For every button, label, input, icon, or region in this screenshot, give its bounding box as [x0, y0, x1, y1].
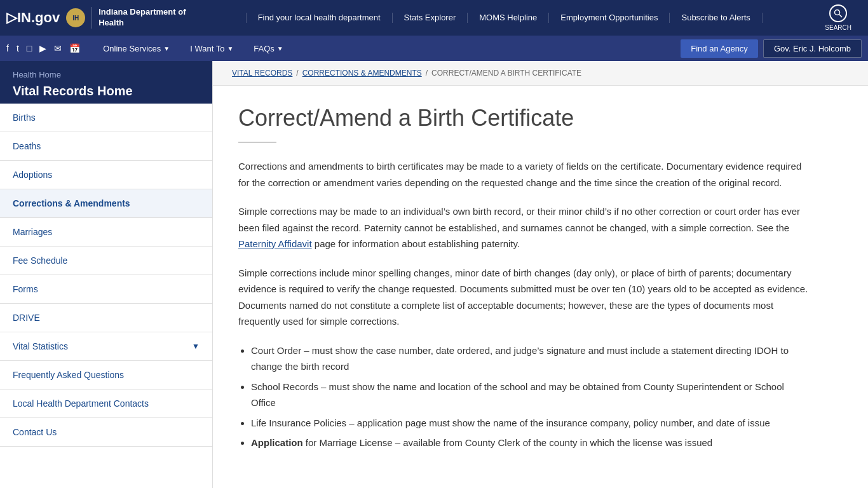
faqs-chevron: ▼	[277, 45, 283, 52]
logo[interactable]: ▷IN.gov	[6, 10, 60, 26]
content-area: VITAL RECORDS / CORRECTIONS & AMENDMENTS…	[213, 61, 868, 488]
sidebar-item-drive[interactable]: DRIVE	[0, 304, 212, 332]
sidebar-forms-label: Forms	[13, 284, 38, 294]
title-divider	[238, 142, 276, 143]
intro-paragraph-2: Simple corrections may be made to an ind…	[238, 203, 810, 252]
sidebar-item-corrections[interactable]: Corrections & Amendments	[0, 189, 212, 218]
list-item-life-insurance: Life Insurance Policies – application pa…	[251, 415, 810, 431]
sidebar-fee-label: Fee Schedule	[13, 255, 67, 266]
sidebar-item-forms[interactable]: Forms	[0, 275, 212, 304]
sidebar-births-label: Births	[13, 112, 36, 123]
online-services-label: Online Services	[103, 44, 161, 53]
i-want-to-menu[interactable]: I Want To ▼	[180, 36, 243, 61]
sidebar-item-faq[interactable]: Frequently Asked Questions	[0, 361, 212, 390]
twitter-icon[interactable]: t	[17, 43, 19, 53]
sidebar-item-adoptions[interactable]: Adoptions	[0, 161, 212, 189]
evidence-list: Court Order – must show the case number,…	[251, 342, 810, 451]
intro-paragraph-3: Simple corrections include minor spellin…	[238, 265, 810, 330]
paternity-affidavit-link[interactable]: Paternity Affidavit	[238, 238, 312, 249]
sidebar-item-vital-statistics[interactable]: Vital Statistics ▼	[0, 332, 212, 361]
page-content: Correct/Amend a Birth Certificate Correc…	[213, 86, 836, 483]
nav-moms[interactable]: MOMS Helpline	[468, 13, 549, 24]
sidebar-title: Vital Records Home	[13, 83, 200, 98]
sidebar-corrections-label: Corrections & Amendments	[13, 198, 130, 208]
nav-find-dept[interactable]: Find your local health department	[246, 13, 393, 24]
i-want-to-chevron: ▼	[227, 45, 233, 52]
intro-paragraph-1: Corrections and amendments to birth cert…	[238, 158, 810, 191]
sidebar-navigation: Births Deaths Adoptions Corrections & Am…	[0, 104, 212, 447]
breadcrumb: VITAL RECORDS / CORRECTIONS & AMENDMENTS…	[213, 61, 868, 86]
instagram-icon[interactable]: □	[27, 43, 32, 53]
calendar-icon[interactable]: 📅	[69, 43, 80, 53]
breadcrumb-sep2: /	[426, 69, 428, 78]
marriage-license-text: for Marriage License – available from Co…	[303, 437, 712, 448]
second-bar: f t □ ▶ ✉ 📅 Online Services ▼ I Want To …	[0, 36, 868, 61]
breadcrumb-corrections[interactable]: CORRECTIONS & AMENDMENTS	[302, 69, 422, 78]
right-buttons: Find an Agency Gov. Eric J. Holcomb	[681, 39, 862, 58]
nav-menu: Online Services ▼ I Want To ▼ FAQs ▼	[80, 36, 681, 61]
main-layout: Health Home Vital Records Home Births De…	[0, 61, 868, 488]
sidebar-local-health-label: Local Health Department Contacts	[13, 398, 149, 409]
sidebar-item-deaths[interactable]: Deaths	[0, 132, 212, 161]
logo-area: ▷IN.gov IH Indiana Department of Health	[6, 7, 193, 29]
list-item-court-order: Court Order – must show the case number,…	[251, 342, 810, 375]
top-nav-links: Find your local health department Stats …	[193, 13, 815, 24]
email-icon[interactable]: ✉	[54, 43, 62, 53]
svg-line-1	[839, 15, 843, 18]
search-button[interactable]: SEARCH	[815, 4, 862, 31]
sidebar-item-fee-schedule[interactable]: Fee Schedule	[0, 247, 212, 275]
sidebar-item-marriages[interactable]: Marriages	[0, 218, 212, 247]
facebook-icon[interactable]: f	[6, 43, 9, 53]
nav-employment[interactable]: Employment Opportunities	[549, 13, 670, 24]
breadcrumb-current: CORRECT/AMEND A BIRTH CERTIFICATE	[431, 69, 581, 78]
top-bar: ▷IN.gov IH Indiana Department of Health …	[0, 0, 868, 36]
agency-name: Indiana Department of Health	[92, 7, 193, 29]
sidebar-adoptions-label: Adoptions	[13, 170, 52, 180]
nav-alerts[interactable]: Subscribe to Alerts	[670, 13, 762, 24]
faqs-menu[interactable]: FAQs ▼	[243, 36, 293, 61]
sidebar-item-births[interactable]: Births	[0, 104, 212, 132]
sidebar-contact-label: Contact Us	[13, 427, 57, 437]
faqs-label: FAQs	[254, 44, 275, 53]
search-label: SEARCH	[825, 24, 851, 31]
page-title: Correct/Amend a Birth Certificate	[238, 105, 810, 132]
online-services-chevron: ▼	[163, 45, 170, 52]
agency-seal: IH	[66, 8, 85, 27]
marriage-license-bold: Application	[251, 437, 303, 448]
gov-button[interactable]: Gov. Eric J. Holcomb	[763, 39, 862, 58]
vital-statistics-expand-icon: ▼	[192, 342, 200, 351]
intro-para2-start: Simple corrections may be made to an ind…	[238, 206, 800, 233]
sidebar: Health Home Vital Records Home Births De…	[0, 61, 213, 488]
intro-para2-end: page for information about establishing …	[312, 238, 520, 249]
list-item-marriage-license: Application for Marriage License – avail…	[251, 435, 810, 451]
social-icons: f t □ ▶ ✉ 📅	[6, 43, 80, 53]
sidebar-vital-statistics-label: Vital Statistics	[13, 341, 68, 351]
health-home-link[interactable]: Health Home	[13, 70, 200, 79]
sidebar-item-local-health[interactable]: Local Health Department Contacts	[0, 390, 212, 418]
youtube-icon[interactable]: ▶	[39, 43, 46, 53]
sidebar-deaths-label: Deaths	[13, 141, 41, 151]
sidebar-header: Health Home Vital Records Home	[0, 61, 212, 104]
search-icon	[829, 4, 847, 22]
sidebar-marriages-label: Marriages	[13, 227, 52, 237]
breadcrumb-sep1: /	[296, 69, 298, 78]
find-agency-button[interactable]: Find an Agency	[681, 39, 758, 58]
svg-point-0	[835, 10, 840, 15]
breadcrumb-vital-records[interactable]: VITAL RECORDS	[232, 69, 292, 78]
online-services-menu[interactable]: Online Services ▼	[93, 36, 180, 61]
sidebar-item-contact[interactable]: Contact Us	[0, 418, 212, 447]
sidebar-faq-label: Frequently Asked Questions	[13, 370, 124, 380]
sidebar-drive-label: DRIVE	[13, 313, 40, 323]
nav-stats[interactable]: Stats Explorer	[393, 13, 468, 24]
list-item-school-records: School Records – must show the name and …	[251, 379, 810, 411]
i-want-to-label: I Want To	[190, 44, 224, 53]
